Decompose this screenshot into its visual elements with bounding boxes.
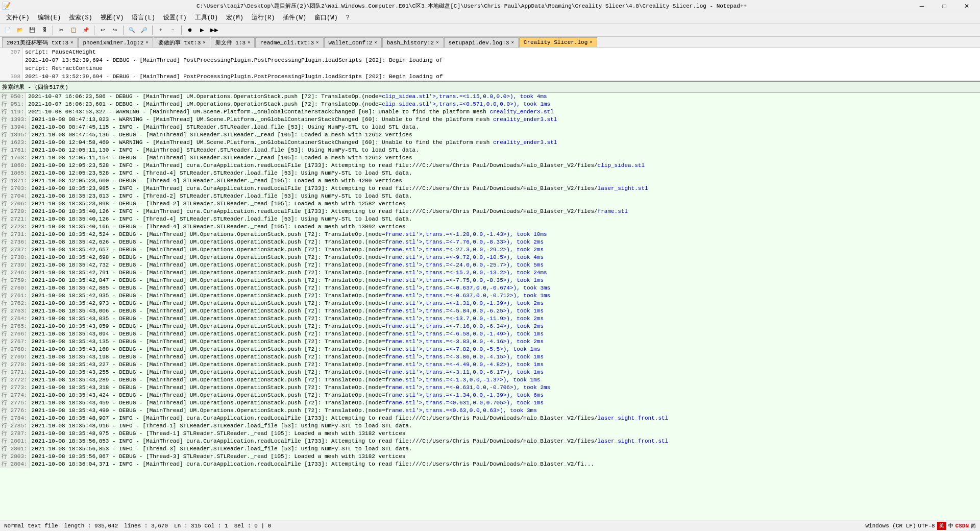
tab-1[interactable]: phoenixminer.log:2 ×	[78, 37, 153, 47]
maximize-button[interactable]: □	[933, 1, 955, 11]
result-row-40[interactable]: 行 2775:2021-10-08 18:35:43,459 - DEBUG -…	[0, 399, 980, 407]
result-row-24[interactable]: 行 2759:2021-10-08 18:35:42,847 - DEBUG -…	[0, 277, 980, 284]
menu-item-窗口w[interactable]: 窗口(W)	[310, 12, 342, 23]
redo-button[interactable]: ↪	[109, 25, 120, 36]
result-row-22[interactable]: 行 2739:2021-10-08 18:35:42,732 - DEBUG -…	[0, 261, 980, 269]
new-button[interactable]: 📄	[2, 25, 13, 36]
tab-7[interactable]: setupapi.dev.log:3 ×	[444, 37, 519, 47]
undo-button[interactable]: ↩	[97, 25, 108, 36]
search-results-area[interactable]: 行 950:2021-10-07 16:06:23,586 - DEBUG - …	[0, 93, 980, 520]
result-content-0: 2021-10-07 16:06:23,586 - DEBUG - [MainT…	[26, 93, 549, 101]
result-row-27[interactable]: 行 2762:2021-10-08 18:35:42,973 - DEBUG -…	[0, 300, 980, 307]
result-row-38[interactable]: 行 2773:2021-10-08 18:35:43,318 - DEBUG -…	[0, 384, 980, 392]
menu-item-视图v[interactable]: 视图(V)	[96, 12, 128, 23]
result-row-8[interactable]: 行 1763:2021-10-08 12:05:11,154 - DEBUG -…	[0, 154, 980, 162]
menu-item-运行r[interactable]: 运行(R)	[248, 12, 279, 23]
result-row-23[interactable]: 行 2746:2021-10-08 18:35:42,791 - DEBUG -…	[0, 269, 980, 277]
tab-close-2[interactable]: ×	[203, 40, 205, 45]
macro-rec-button[interactable]: ⏺	[184, 25, 195, 36]
result-row-35[interactable]: 行 2770:2021-10-08 18:35:43,227 - DEBUG -…	[0, 361, 980, 369]
result-row-15[interactable]: 行 2720:2021-10-08 18:35:40,126 - INFO - …	[0, 208, 980, 215]
tab-close-0[interactable]: ×	[70, 40, 73, 45]
result-row-3[interactable]: 行 1393:2021-10-08 08:47:13,023 - WARNING…	[0, 116, 980, 124]
tab-2[interactable]: 要做的事 txt:3 ×	[154, 37, 210, 47]
result-row-26[interactable]: 行 2761:2021-10-08 18:35:42,935 - DEBUG -…	[0, 292, 980, 300]
result-row-18[interactable]: 行 2731:2021-10-08 18:35:42,524 - DEBUG -…	[0, 231, 980, 238]
result-row-9[interactable]: 行 1868:2021-10-08 12:05:23,528 - INFO - …	[0, 162, 980, 170]
result-row-0[interactable]: 行 950:2021-10-07 16:06:23,586 - DEBUG - …	[0, 93, 980, 101]
save-button[interactable]: 💾	[27, 25, 38, 36]
result-row-10[interactable]: 行 1865:2021-10-08 12:05:23,528 - INFO - …	[0, 170, 980, 177]
result-row-5[interactable]: 行 1395:2021-10-08 08:47:45,136 - DEBUG -…	[0, 131, 980, 139]
tab-0[interactable]: 2021美征杯密码 txt:3 ×	[2, 37, 78, 47]
tab-5[interactable]: wallet_conf:2 ×	[324, 37, 382, 47]
result-row-32[interactable]: 行 2767:2021-10-08 18:35:43,135 - DEBUG -…	[0, 338, 980, 346]
result-row-13[interactable]: 行 2704:2021-10-08 18:35:23,013 - INFO - …	[0, 192, 980, 200]
tab-close-5[interactable]: ×	[374, 40, 377, 45]
result-row-41[interactable]: 行 2776:2021-10-08 18:35:43,490 - DEBUG -…	[0, 407, 980, 415]
tab-close-8[interactable]: ×	[590, 40, 592, 45]
tab-close-7[interactable]: ×	[511, 40, 513, 45]
open-button[interactable]: 📂	[14, 25, 26, 36]
result-row-4[interactable]: 行 1394:2021-10-08 08:47:45,115 - INFO - …	[0, 124, 980, 131]
result-row-1[interactable]: 行 951:2021-10-07 16:06:23,601 - DEBUG - …	[0, 101, 980, 108]
tab-close-3[interactable]: ×	[248, 40, 250, 45]
result-row-45[interactable]: 行 2801:2021-10-08 18:35:56,853 - INFO - …	[0, 438, 980, 445]
cut-button[interactable]: ✂	[56, 25, 67, 36]
tab-4[interactable]: readme_cli.txt:3 ×	[255, 37, 323, 47]
run-button[interactable]: ▶▶	[209, 25, 220, 36]
menu-item-设置t[interactable]: 设置(T)	[159, 12, 191, 23]
menu-item-语言l[interactable]: 语言(L)	[128, 12, 159, 23]
menu-item-宏m[interactable]: 宏(M)	[222, 12, 248, 23]
result-row-47[interactable]: 行 2803:2021-10-08 18:35:56,867 - DEBUG -…	[0, 453, 980, 461]
result-row-14[interactable]: 行 2706:2021-10-08 18:35:23,098 - DEBUG -…	[0, 200, 980, 208]
result-row-20[interactable]: 行 2737:2021-10-08 18:35:42,657 - DEBUG -…	[0, 246, 980, 254]
menu-item-?[interactable]: ?	[342, 13, 354, 22]
tab-close-1[interactable]: ×	[145, 40, 148, 45]
menu-item-搜索s[interactable]: 搜索(S)	[65, 12, 96, 23]
result-row-36[interactable]: 行 2771:2021-10-08 18:35:43,255 - DEBUG -…	[0, 369, 980, 376]
tab-6[interactable]: bash_history:2 ×	[382, 37, 444, 47]
result-row-25[interactable]: 行 2760:2021-10-08 18:35:42,885 - DEBUG -…	[0, 284, 980, 292]
tab-close-4[interactable]: ×	[316, 40, 318, 45]
result-row-39[interactable]: 行 2774:2021-10-08 18:35:43,424 - DEBUG -…	[0, 392, 980, 399]
zoom-out-button[interactable]: −	[167, 25, 179, 36]
macro-play-button[interactable]: ▶	[197, 25, 208, 36]
minimize-button[interactable]: ─	[911, 1, 933, 11]
result-row-7[interactable]: 行 1761:2021-10-08 12:05:11,130 - INFO - …	[0, 147, 980, 154]
save-all-button[interactable]: 🗄	[39, 25, 50, 36]
paste-button[interactable]: 📌	[80, 25, 91, 36]
result-row-29[interactable]: 行 2764:2021-10-08 18:35:43,035 - DEBUG -…	[0, 315, 980, 323]
result-row-48[interactable]: 行 2804:2021-10-08 18:36:04,371 - INFO - …	[0, 461, 980, 468]
result-row-6[interactable]: 行 1623:2021-10-08 12:04:58,460 - WARNING…	[0, 139, 980, 147]
result-row-37[interactable]: 行 2772:2021-10-08 18:35:43,289 - DEBUG -…	[0, 376, 980, 384]
result-row-42[interactable]: 行 2784:2021-10-08 18:35:48,907 - INFO - …	[0, 415, 980, 422]
find-button[interactable]: 🔍	[126, 25, 137, 36]
menu-item-插件w[interactable]: 插件(W)	[279, 12, 310, 23]
copy-button[interactable]: 📋	[68, 25, 79, 36]
tab-3[interactable]: 新文件 1:3 ×	[211, 37, 255, 47]
result-row-30[interactable]: 行 2765:2021-10-08 18:35:43,059 - DEBUG -…	[0, 323, 980, 330]
result-row-33[interactable]: 行 2768:2021-10-08 18:35:43,168 - DEBUG -…	[0, 346, 980, 353]
result-row-19[interactable]: 行 2736:2021-10-08 18:35:42,626 - DEBUG -…	[0, 238, 980, 246]
result-row-43[interactable]: 行 2785:2021-10-08 18:35:48,916 - INFO - …	[0, 422, 980, 430]
result-row-12[interactable]: 行 2703:2021-10-08 18:35:23,985 - INFO - …	[0, 185, 980, 192]
result-row-17[interactable]: 行 2723:2021-10-08 18:35:40,166 - DEBUG -…	[0, 223, 980, 231]
zoom-in-button[interactable]: +	[155, 25, 166, 36]
result-row-44[interactable]: 行 2787:2021-10-08 18:35:48,975 - DEBUG -…	[0, 430, 980, 438]
find-replace-button[interactable]: 🔎	[138, 25, 150, 36]
result-row-28[interactable]: 行 2763:2021-10-08 18:35:43,006 - DEBUG -…	[0, 307, 980, 315]
result-row-16[interactable]: 行 2721:2021-10-08 18:35:40,126 - INFO - …	[0, 215, 980, 223]
tab-8[interactable]: Creality Slicer.log ×	[519, 37, 597, 47]
menu-item-工具o[interactable]: 工具(O)	[191, 12, 223, 23]
close-button[interactable]: ✕	[955, 1, 978, 11]
result-row-21[interactable]: 行 2738:2021-10-08 18:35:42,698 - DEBUG -…	[0, 254, 980, 261]
result-row-11[interactable]: 行 1871:2021-10-08 12:05:23,600 - DEBUG -…	[0, 177, 980, 185]
result-row-31[interactable]: 行 2766:2021-10-08 18:35:43,094 - DEBUG -…	[0, 330, 980, 338]
tab-close-6[interactable]: ×	[436, 40, 438, 45]
result-row-2[interactable]: 行 119:2021-10-08 08:43:53,327 - WARNING …	[0, 108, 980, 116]
result-row-46[interactable]: 行 2801:2021-10-08 18:35:56,853 - INFO - …	[0, 445, 980, 453]
result-row-34[interactable]: 行 2769:2021-10-08 18:35:43,198 - DEBUG -…	[0, 353, 980, 361]
menu-item-编辑e[interactable]: 编辑(E)	[34, 12, 65, 23]
menu-item-文件f[interactable]: 文件(F)	[2, 12, 34, 23]
